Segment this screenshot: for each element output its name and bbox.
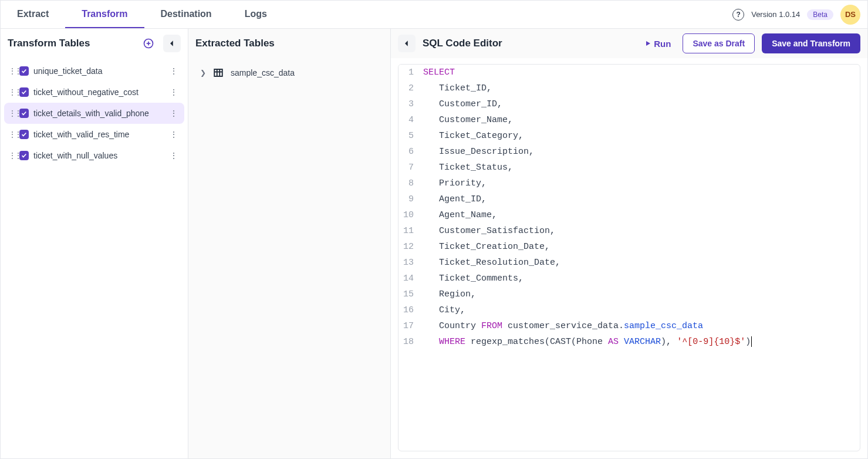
- code-line[interactable]: Issue_Description,: [420, 144, 860, 160]
- line-number: 2: [398, 80, 420, 96]
- code-line[interactable]: Ticket_Status,: [420, 160, 860, 176]
- code-line[interactable]: Customer_Name,: [420, 112, 860, 128]
- code-line[interactable]: WHERE regexp_matches(CAST(Phone AS VARCH…: [420, 334, 860, 350]
- sql-editor-panel: SQL Code Editor Run Save as Draft Save a…: [391, 29, 867, 458]
- checkbox[interactable]: [19, 130, 29, 139]
- drag-handle-icon[interactable]: ⋮⋮: [9, 130, 15, 139]
- extracted-table-item[interactable]: ❯sample_csc_data: [194, 63, 384, 83]
- run-button[interactable]: Run: [640, 35, 676, 52]
- line-number: 11: [398, 223, 420, 239]
- more-menu-icon[interactable]: ⋮: [168, 109, 180, 118]
- line-number: 5: [398, 128, 420, 144]
- chevron-right-icon: ❯: [200, 69, 206, 77]
- code-line[interactable]: Country FROM customer_service_data.sampl…: [420, 318, 860, 334]
- extracted-tables-title: Extracted Tables: [195, 38, 383, 49]
- svg-rect-3: [214, 69, 222, 76]
- code-line[interactable]: Ticket_ID,: [420, 80, 860, 96]
- transform-tables-panel: Transform Tables ⋮⋮unique_ticket_data⋮⋮⋮…: [1, 29, 188, 458]
- transform-table-item[interactable]: ⋮⋮ticket_without_negative_cost⋮: [4, 82, 184, 103]
- line-number: 16: [398, 302, 420, 318]
- line-number: 4: [398, 112, 420, 128]
- save-transform-button[interactable]: Save and Transform: [762, 33, 860, 53]
- tab-transform[interactable]: Transform: [65, 1, 144, 28]
- extracted-table-label: sample_csc_data: [231, 68, 295, 77]
- transform-table-label: ticket_details_with_valid_phone: [33, 109, 163, 118]
- more-menu-icon[interactable]: ⋮: [168, 151, 180, 160]
- collapse-editor-button[interactable]: [398, 35, 416, 52]
- transform-table-label: ticket_without_negative_cost: [33, 87, 163, 97]
- add-transform-table-button[interactable]: [140, 35, 157, 52]
- line-number: 7: [398, 160, 420, 176]
- transform-tables-list: ⋮⋮unique_ticket_data⋮⋮⋮ticket_without_ne…: [1, 58, 188, 168]
- collapse-transform-panel-button[interactable]: [163, 35, 181, 52]
- line-number: 3: [398, 96, 420, 112]
- avatar[interactable]: DS: [840, 5, 860, 25]
- code-line[interactable]: Customer_Satisfaction,: [420, 223, 860, 239]
- save-draft-button[interactable]: Save as Draft: [683, 33, 755, 53]
- drag-handle-icon[interactable]: ⋮⋮: [9, 88, 15, 96]
- transform-table-item[interactable]: ⋮⋮unique_ticket_data⋮: [4, 60, 184, 82]
- checkbox[interactable]: [19, 87, 29, 97]
- line-number: 18: [398, 334, 420, 350]
- code-line[interactable]: Region,: [420, 286, 860, 302]
- code-line[interactable]: Priority,: [420, 176, 860, 191]
- code-line[interactable]: Ticket_Creation_Date,: [420, 239, 860, 255]
- more-menu-icon[interactable]: ⋮: [168, 66, 180, 76]
- transform-table-label: ticket_with_valid_res_time: [33, 130, 163, 139]
- version-label: Version 1.0.14: [751, 10, 800, 19]
- drag-handle-icon[interactable]: ⋮⋮: [9, 151, 15, 160]
- line-number: 8: [398, 176, 420, 191]
- more-menu-icon[interactable]: ⋮: [168, 87, 180, 97]
- tab-logs[interactable]: Logs: [228, 1, 283, 28]
- extracted-tables-panel: Extracted Tables ❯sample_csc_data: [188, 29, 391, 458]
- more-menu-icon[interactable]: ⋮: [168, 130, 180, 139]
- line-number: 6: [398, 144, 420, 160]
- code-line[interactable]: Agent_Name,: [420, 207, 860, 223]
- extracted-tables-list: ❯sample_csc_data: [188, 58, 390, 87]
- main-tabs: Extract Transform Destination Logs: [1, 1, 283, 28]
- line-number: 12: [398, 239, 420, 255]
- table-icon: [213, 68, 224, 78]
- transform-tables-title: Transform Tables: [8, 38, 134, 49]
- topbar-right: ? Version 1.0.14 Beta DS: [732, 5, 860, 25]
- help-icon[interactable]: ?: [732, 9, 744, 21]
- code-editor[interactable]: 1SELECT2 Ticket_ID,3 Customer_ID,4 Custo…: [398, 64, 860, 451]
- transform-table-label: unique_ticket_data: [33, 66, 163, 76]
- line-number: 10: [398, 207, 420, 223]
- drag-handle-icon[interactable]: ⋮⋮: [9, 67, 15, 75]
- transform-table-item[interactable]: ⋮⋮ticket_with_valid_res_time⋮: [4, 124, 184, 145]
- line-number: 17: [398, 318, 420, 334]
- code-line[interactable]: City,: [420, 302, 860, 318]
- beta-badge: Beta: [807, 9, 833, 20]
- checkbox[interactable]: [19, 151, 29, 160]
- line-number: 13: [398, 255, 420, 271]
- transform-table-item[interactable]: ⋮⋮ticket_with_null_values⋮: [4, 145, 184, 166]
- code-line[interactable]: SELECT: [420, 65, 860, 80]
- checkbox[interactable]: [19, 109, 29, 118]
- transform-table-label: ticket_with_null_values: [33, 151, 163, 160]
- transform-table-item[interactable]: ⋮⋮ticket_details_with_valid_phone⋮: [4, 103, 184, 124]
- drag-handle-icon[interactable]: ⋮⋮: [9, 109, 15, 117]
- run-label: Run: [654, 39, 671, 49]
- topbar: Extract Transform Destination Logs ? Ver…: [1, 1, 867, 29]
- line-number: 15: [398, 286, 420, 302]
- tab-extract[interactable]: Extract: [1, 1, 65, 28]
- line-number: 9: [398, 191, 420, 207]
- line-number: 14: [398, 271, 420, 286]
- code-line[interactable]: Ticket_Comments,: [420, 271, 860, 286]
- tab-destination[interactable]: Destination: [144, 1, 228, 28]
- sql-editor-title: SQL Code Editor: [423, 38, 633, 49]
- checkbox[interactable]: [19, 66, 29, 76]
- code-line[interactable]: Customer_ID,: [420, 96, 860, 112]
- code-line[interactable]: Ticket_Category,: [420, 128, 860, 144]
- line-number: 1: [398, 65, 420, 80]
- code-line[interactable]: Agent_ID,: [420, 191, 860, 207]
- code-line[interactable]: Ticket_Resolution_Date,: [420, 255, 860, 271]
